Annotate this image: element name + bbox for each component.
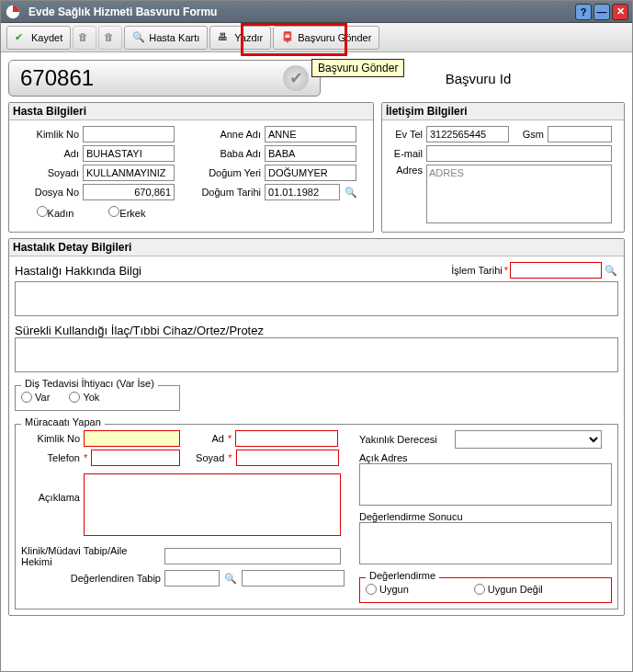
hasta-karti-button[interactable]: 🔍 Hasta Kartı [124, 26, 208, 50]
dis-yok-radio[interactable]: Yok [69, 392, 99, 403]
close-button[interactable]: ✕ [612, 4, 628, 20]
degsonucu-textarea[interactable] [359, 522, 612, 564]
hasta-bilgileri-panel: Hasta Bilgileri Kimlik No Adı Soyadı Dos… [8, 102, 374, 233]
mad-input[interactable] [235, 430, 338, 447]
tooltip: Başvuru Gönder [311, 59, 404, 77]
checkmark-icon: ✔ [15, 31, 28, 44]
toolbar: ✔ Kaydet 🗑 🗑 🔍 Hasta Kartı 🖶 Yazdır 📮 Ba… [1, 23, 632, 52]
hasta-karti-label: Hasta Kartı [149, 32, 199, 43]
islem-tarihi-label: İşlem Tarihi [451, 265, 502, 276]
app-logo-icon [5, 4, 21, 20]
degsonucu-label: Değerlendirme Sonucu [359, 511, 612, 522]
islem-tarihi-search-icon[interactable]: 🔍 [604, 263, 618, 278]
dis-legend: Diş Tedavisi İhtiyacı (Var İse) [21, 378, 158, 389]
basvuru-gonder-label: Başvuru Gönder [298, 32, 371, 43]
delete2-button[interactable]: 🗑 [98, 26, 122, 50]
kadin-radio[interactable]: Kadın [37, 206, 74, 219]
adres-textarea[interactable]: ADRES [426, 165, 612, 223]
detay-section-title: Hastalık Detay Bilgileri [9, 239, 624, 256]
ad-label: Adı [15, 148, 79, 159]
baba-input[interactable] [265, 145, 356, 162]
evtel-label: Ev Tel [388, 129, 423, 140]
ilac-label: Sürekli Kullandığı İlaç/Tıbbi Cihaz/Orte… [15, 324, 618, 337]
dosya-label: Dosya No [15, 187, 79, 198]
anne-input[interactable] [265, 126, 356, 142]
msoyad-label: Soyad [184, 452, 224, 463]
klinik-input[interactable] [164, 548, 341, 564]
klinik-label: Klinik/Müdavi Tabip/Aile Hekimi [21, 545, 161, 567]
basvuru-id-value: 670861 [20, 65, 94, 91]
ad-input[interactable] [83, 145, 175, 162]
delete-button[interactable]: 🗑 [73, 26, 96, 50]
yakinlik-label: Yakınlık Derecesi [359, 434, 451, 445]
dogumtarihi-label: Doğum Tarihi [189, 187, 261, 198]
hakkinda-label: Hastalığı Hakkında Bilgi [15, 264, 141, 278]
aciklama-label: Açıklama [21, 492, 80, 503]
soyad-input[interactable] [83, 165, 175, 181]
mkimlik-label: Kimlik No [21, 433, 80, 444]
dogumyeri-input[interactable] [265, 165, 356, 181]
minimize-button[interactable]: — [593, 4, 610, 20]
gsm-input[interactable] [548, 126, 612, 142]
mtel-input[interactable] [91, 450, 180, 466]
erkek-radio[interactable]: Erkek [108, 206, 145, 219]
msoyad-input[interactable] [236, 450, 339, 466]
soyad-label: Soyadı [15, 167, 79, 178]
mkimlik-input[interactable] [84, 430, 180, 447]
iletisim-section-title: İletişim Bilgileri [382, 103, 624, 120]
degerlendirme-legend: Değerlendirme [366, 570, 439, 581]
anne-label: Anne Adı [189, 129, 261, 140]
hasta-section-title: Hasta Bilgileri [9, 103, 373, 120]
help-button[interactable]: ? [575, 4, 592, 20]
email-input[interactable] [426, 145, 612, 162]
uygundegil-radio[interactable]: Uygun Değil [474, 584, 543, 595]
detay-panel: Hastalık Detay Bilgileri Hastalığı Hakkı… [8, 238, 625, 616]
dis-panel: Diş Tedavisi İhtiyacı (Var İse) Var Yok [15, 385, 180, 411]
save-button[interactable]: ✔ Kaydet [6, 26, 71, 50]
aciklama-textarea[interactable] [84, 473, 341, 536]
degerlendirme-panel: Değerlendirme Uygun Uygun Değil [359, 577, 612, 603]
form-content: 670861 ✔ Başvuru Id Hasta Bilgileri Kiml… [1, 52, 632, 623]
adres-label: Adres [388, 165, 423, 176]
email-label: E-mail [388, 148, 423, 159]
mtel-label: Telefon [21, 452, 80, 463]
date-search-icon[interactable]: 🔍 [344, 185, 358, 199]
acikadres-textarea[interactable] [359, 463, 612, 506]
baba-label: Baba Adı [189, 148, 261, 159]
trash-icon: 🗑 [78, 31, 91, 44]
titlebar: Evde Sağlık Hizmeti Basvuru Formu ? — ✕ [1, 1, 632, 23]
mad-label: Ad [184, 433, 224, 444]
send-icon: 📮 [281, 31, 294, 44]
degtabip-search-icon[interactable]: 🔍 [223, 571, 238, 586]
search-icon: 🔍 [132, 31, 145, 44]
evtel-input[interactable] [426, 126, 509, 142]
degtabip-name-input[interactable] [242, 570, 345, 587]
ilac-textarea[interactable] [15, 337, 618, 372]
iletisim-panel: İletişim Bilgileri Ev Tel Gsm E-mail Adr… [381, 102, 625, 233]
save-button-label: Kaydet [31, 32, 62, 43]
window-title: Evde Sağlık Hizmeti Basvuru Formu [28, 6, 217, 18]
islem-tarihi-input[interactable] [510, 262, 602, 279]
dosya-input[interactable] [83, 184, 175, 200]
kimlik-input[interactable] [83, 126, 175, 142]
dis-var-radio[interactable]: Var [21, 392, 50, 403]
gsm-label: Gsm [513, 129, 544, 140]
acikadres-label: Açık Adres [359, 452, 612, 463]
degtabip-input[interactable] [164, 570, 220, 587]
basvuru-gonder-button[interactable]: 📮 Başvuru Gönder [273, 26, 379, 50]
muracaat-panel: Müracaatı Yapan Kimlik No Ad* Telefon* [15, 424, 618, 609]
degtabip-label: Değerlendiren Tabip [21, 573, 161, 584]
yazdir-label: Yazdır [234, 32, 263, 43]
trash-icon: 🗑 [104, 31, 117, 44]
hakkinda-textarea[interactable] [15, 281, 618, 316]
dogumtarihi-input[interactable] [265, 184, 340, 200]
basvuru-id-box: 670861 ✔ [8, 60, 321, 97]
kimlik-label: Kimlik No [15, 129, 79, 140]
status-check-icon: ✔ [283, 65, 309, 91]
yazdir-button[interactable]: 🖶 Yazdır [209, 26, 271, 50]
muracaat-legend: Müracaatı Yapan [21, 416, 105, 427]
dogumyeri-label: Doğum Yeri [189, 167, 261, 178]
printer-icon: 🖶 [218, 31, 231, 44]
uygun-radio[interactable]: Uygun [366, 584, 409, 595]
yakinlik-select[interactable] [455, 430, 602, 449]
